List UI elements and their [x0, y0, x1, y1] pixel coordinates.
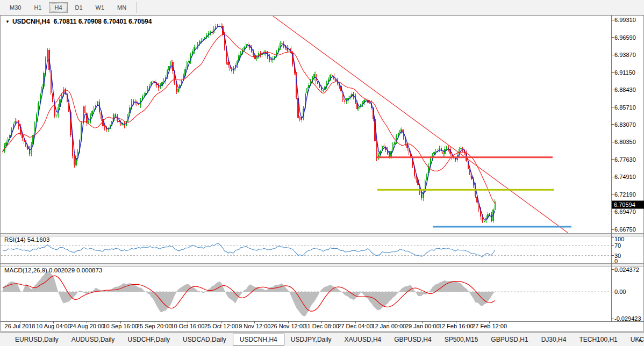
chart-tab-eurusd[interactable]: EURUSD,Daily: [9, 334, 65, 345]
chart-tab-dj30[interactable]: DJ30,H4: [535, 334, 573, 345]
rsi-value: 54.1603: [27, 236, 50, 243]
chart-tab-sp500[interactable]: SP500,M15: [438, 334, 485, 345]
chart-tab-xauusd[interactable]: XAUUSD,H4: [338, 334, 388, 345]
price-axis-label: 6.72190: [614, 191, 636, 198]
timeframe-button-d1[interactable]: D1: [70, 2, 88, 13]
rsi-axis-label: 0: [614, 258, 618, 264]
rsi-axis-label: 100: [614, 236, 624, 242]
price-axis-label: 6.69470: [614, 208, 636, 215]
chart-tab-tech100[interactable]: TECH100,H1: [573, 334, 624, 345]
tab-scroll-right-icon[interactable]: ▸: [639, 337, 642, 343]
chart-tab-usdcad[interactable]: USDCAD,Daily: [176, 334, 233, 345]
timeframe-button-m30[interactable]: M30: [4, 2, 26, 13]
price-axis-label: 6.80350: [614, 139, 636, 145]
time-axis-label: 10 Oct 16:00: [171, 323, 205, 329]
macd-label: MACD(12,26,9) 0.002029 0.000873: [4, 267, 102, 273]
price-axis-label: 6.85710: [614, 104, 636, 111]
time-axis-label: 24 Aug 20:00: [69, 323, 104, 329]
time-axis-label: 25 Sep 20:00: [137, 323, 171, 329]
chart-title-symbol: USDCNH,H4: [12, 18, 50, 25]
chart-canvas[interactable]: [0, 0, 644, 346]
chart-background: [0, 15, 644, 331]
time-axis-label: 27 Dec 04:00: [338, 323, 373, 329]
macd-axis-label: 0.00: [614, 289, 626, 295]
price-axis-label: 6.74910: [614, 174, 636, 180]
time-axis-label: 10 Sep 16:00: [103, 323, 138, 329]
chart-title: ▼USDCNH,H4 6.70811 6.70908 6.70401 6.705…: [5, 18, 152, 25]
price-axis-label: 6.99310: [614, 17, 636, 23]
price-axis-label: 6.77630: [614, 156, 636, 163]
price-axis-label: 6.66750: [614, 226, 636, 233]
tab-scroll-controls: ◂▸: [633, 333, 642, 346]
rsi-name: RSI(14): [4, 236, 26, 243]
time-axis-label: 11 Dec 08:00: [304, 323, 339, 329]
chart-tab-bar: EURUSD,DailyAUDUSD,DailyUSDCHF,DailyUSDC…: [0, 332, 644, 346]
time-axis-label: 10 Aug 04:00: [36, 323, 71, 329]
chart-tab-audusd[interactable]: AUDUSD,Daily: [65, 334, 121, 345]
macd-axis-label: -0.029423: [614, 315, 641, 322]
time-axis-label: 25 Oct 12:00: [204, 323, 238, 329]
mt4-window: M30H1H4D1W1MN ▼USDCNH,H4 6.70811 6.70908…: [0, 0, 644, 346]
price-axis-label: 6.93870: [614, 52, 636, 58]
macd-name: MACD(12,26,9): [4, 267, 47, 273]
macd-axis-label: 0.024372: [614, 266, 639, 273]
chart-tab-usdjpy[interactable]: USDJPY,Daily: [284, 334, 338, 345]
rsi-label: RSI(14) 54.1603: [4, 236, 49, 243]
time-axis-label: 27 Feb 12:00: [472, 323, 507, 329]
price-axis-label: 6.88430: [614, 86, 636, 93]
time-axis-label: 12 Feb 16:00: [439, 323, 474, 329]
timeframe-button-mn[interactable]: MN: [112, 2, 132, 13]
time-axis-label: 26 Jul 2018: [5, 323, 35, 329]
symbol-dropdown-icon[interactable]: ▼: [5, 19, 10, 24]
chart-tab-gbpusd[interactable]: GBPUSD,H4: [388, 334, 438, 345]
timeframe-toolbar: M30H1H4D1W1MN: [0, 0, 644, 15]
time-axis-label: 9 Nov 12:00: [239, 323, 270, 329]
timeframe-button-h1[interactable]: H1: [28, 2, 47, 13]
chart-title-ohlc: 6.70811 6.70908 6.70401 6.70594: [54, 18, 152, 25]
time-axis-label: 12 Jan 00:00: [372, 323, 406, 329]
chart-tab-usdchf[interactable]: USDCHF,Daily: [121, 334, 176, 345]
chart-tab-usdcnh[interactable]: USDCNH,H4: [233, 334, 284, 345]
price-axis-label: 6.96590: [614, 34, 636, 41]
macd-values: 0.002029 0.000873: [49, 267, 102, 273]
time-axis-label: 29 Jan 00:00: [405, 323, 440, 329]
rsi-axis-label: 70: [614, 242, 621, 249]
toolbar-separator: [136, 2, 137, 13]
timeframe-button-h4[interactable]: H4: [49, 2, 67, 13]
time-axis-label: 26 Nov 12:00: [270, 323, 305, 329]
price-axis-label: 6.83070: [614, 121, 636, 128]
chart-tab-gbpusd[interactable]: GBPUSD,H1: [484, 334, 534, 345]
tab-scroll-left-icon[interactable]: ◂: [633, 337, 635, 342]
timeframe-button-w1[interactable]: W1: [90, 2, 110, 13]
current-price-badge: 6.70594: [612, 200, 644, 208]
price-axis-label: 6.91150: [614, 69, 635, 76]
